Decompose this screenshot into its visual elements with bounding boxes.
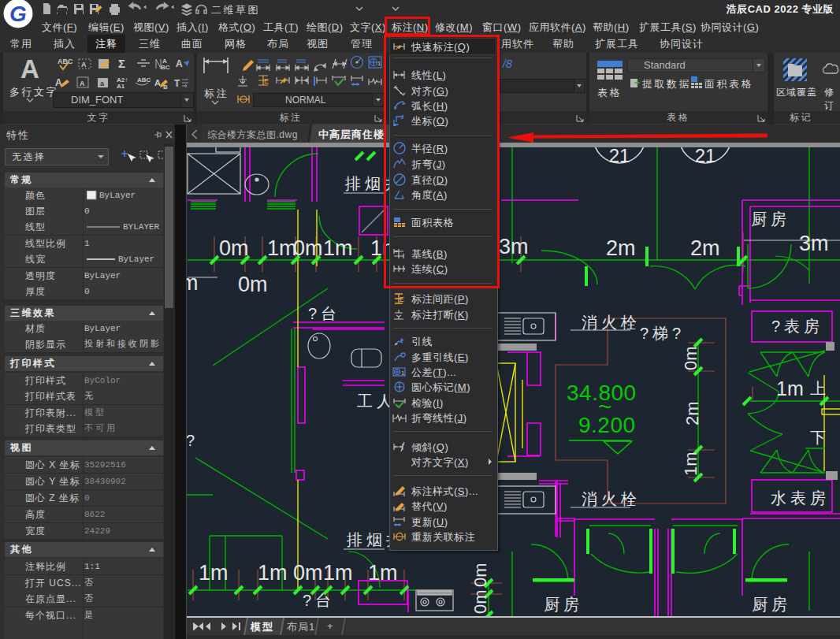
svg-text:3m: 3m: [799, 232, 829, 255]
svg-text:G: G: [9, 2, 27, 26]
svg-text:E: E: [264, 77, 269, 85]
svg-text:~: ~: [598, 393, 612, 419]
svg-text:1: 1: [401, 370, 405, 377]
svg-text:A: A: [154, 78, 161, 87]
svg-text:?台: ?台: [308, 305, 340, 322]
svg-text:1m: 1m: [258, 561, 288, 585]
svg-text:上: 上: [810, 380, 830, 397]
svg-text:3m: 3m: [499, 235, 529, 258]
svg-text:T: T: [174, 78, 180, 89]
svg-text:BC: BC: [161, 64, 170, 71]
svg-text:?台: ?台: [303, 592, 335, 609]
svg-text:0m: 0m: [470, 589, 490, 614]
svg-text:?梯?: ?梯?: [640, 325, 685, 342]
svg-text:B: B: [163, 84, 168, 91]
svg-text:ABC: ABC: [137, 76, 151, 84]
svg-text:1m: 1m: [267, 236, 297, 260]
svg-text:0m: 0m: [681, 346, 701, 370]
svg-text:下: 下: [810, 429, 830, 446]
svg-text:1m: 1m: [368, 561, 398, 585]
svg-text:厨房: 厨房: [752, 596, 791, 613]
svg-text:厨房: 厨房: [751, 210, 790, 228]
svg-text:1: 1: [377, 60, 381, 67]
svg-text:0m: 0m: [219, 236, 249, 260]
svg-text:1m: 1m: [776, 377, 804, 399]
svg-text:1m: 1m: [323, 561, 353, 585]
svg-text:1m: 1m: [681, 451, 701, 476]
svg-text:0m: 0m: [470, 563, 490, 587]
svg-text:A: A: [81, 61, 87, 69]
svg-text:水表房: 水表房: [771, 489, 830, 507]
svg-text:ABC: ABC: [58, 58, 73, 65]
svg-text:21: 21: [609, 145, 630, 166]
svg-text:21: 21: [695, 145, 716, 166]
svg-text:E: E: [400, 295, 404, 303]
svg-text:2m: 2m: [690, 236, 720, 260]
svg-text:?: ?: [187, 432, 199, 449]
svg-text:消火栓: 消火栓: [582, 314, 641, 331]
svg-text:0m: 0m: [293, 561, 323, 585]
svg-text:1m: 1m: [323, 236, 353, 260]
svg-text:2m: 2m: [682, 401, 702, 425]
svg-text:1m: 1m: [199, 561, 229, 585]
svg-text:0m: 0m: [238, 273, 268, 296]
svg-text:A: A: [176, 58, 183, 69]
svg-text:m: m: [187, 271, 199, 295]
svg-text:A1: A1: [117, 83, 125, 90]
svg-text:?表房: ?表房: [771, 318, 823, 335]
svg-text:消火栓: 消火栓: [582, 490, 641, 507]
svg-text:2m: 2m: [606, 236, 636, 260]
svg-text:Σ: Σ: [118, 57, 125, 70]
svg-text:厨房: 厨房: [544, 596, 583, 613]
svg-text:0m: 0m: [293, 236, 323, 260]
svg-text:A: A: [80, 80, 85, 87]
